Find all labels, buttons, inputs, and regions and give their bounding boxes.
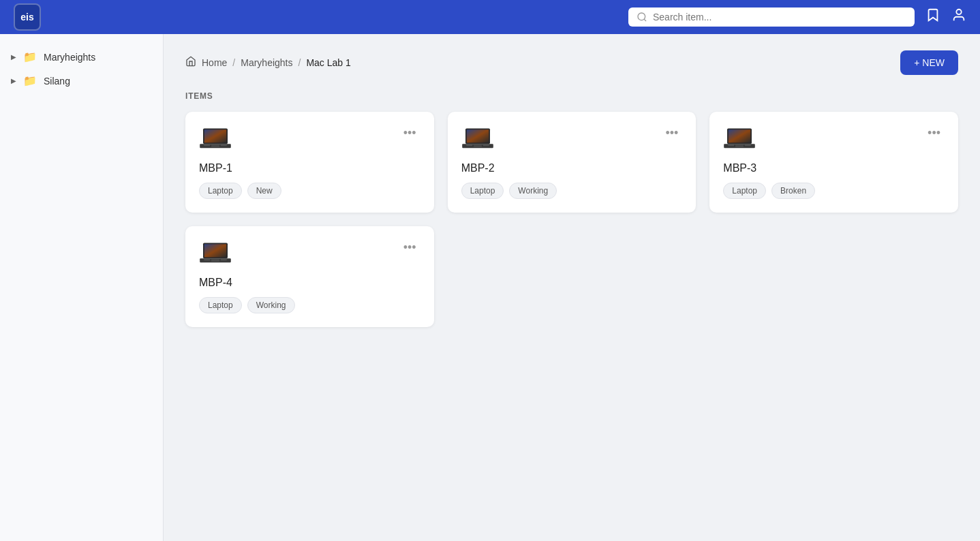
breadcrumb-path: Home / Maryheights / Mac Lab 1 [185, 56, 351, 69]
svg-rect-14 [466, 129, 488, 142]
bookmark-icon[interactable] [925, 7, 940, 27]
card-image [723, 125, 756, 153]
svg-rect-22 [729, 144, 735, 146]
card-MBP-1[interactable]: ••• MBP-1 LaptopNew [185, 112, 434, 213]
card-menu-button[interactable]: ••• [399, 240, 420, 255]
arrow-icon: ▶ [11, 77, 16, 84]
svg-rect-16 [483, 144, 489, 146]
tag: Broken [771, 183, 815, 199]
sidebar-item-label: Maryheights [44, 52, 95, 63]
card-image [461, 125, 494, 153]
svg-rect-30 [221, 259, 227, 260]
svg-line-1 [644, 19, 646, 21]
tag: New [247, 183, 281, 199]
svg-point-2 [956, 10, 961, 14]
breadcrumb-separator: / [298, 57, 301, 68]
tag: Laptop [199, 183, 242, 199]
svg-rect-15 [466, 144, 472, 146]
card-MBP-4[interactable]: ••• MBP-4 LaptopWorking [185, 226, 434, 327]
tag: Working [509, 183, 557, 199]
svg-rect-23 [745, 144, 751, 146]
logo[interactable]: eis [14, 3, 41, 31]
cards-grid: ••• MBP-1 LaptopNew [185, 112, 958, 327]
header-right [628, 7, 966, 27]
laptop-icon [199, 125, 232, 153]
card-title: MBP-2 [461, 162, 683, 174]
arrow-icon: ▶ [11, 53, 16, 61]
card-title: MBP-3 [723, 162, 945, 174]
svg-rect-27 [211, 259, 219, 262]
new-button[interactable]: + NEW [900, 50, 958, 75]
layout: ▶ 📁 Maryheights ▶ 📁 Silang Home / M [0, 34, 980, 541]
card-menu-button[interactable]: ••• [661, 125, 682, 140]
card-menu-button[interactable]: ••• [923, 125, 945, 140]
svg-point-0 [638, 13, 645, 20]
card-header: ••• [199, 125, 420, 153]
tag: Laptop [199, 297, 242, 313]
search-icon [637, 12, 647, 22]
svg-rect-13 [474, 144, 482, 147]
tag: Working [247, 297, 295, 313]
items-section: ITEMS [185, 91, 958, 327]
sidebar-item-maryheights[interactable]: ▶ 📁 Maryheights [0, 45, 163, 69]
svg-rect-8 [204, 144, 210, 146]
sidebar: ▶ 📁 Maryheights ▶ 📁 Silang [0, 34, 164, 541]
card-tags: LaptopNew [199, 183, 420, 199]
search-input[interactable] [653, 12, 906, 22]
svg-rect-29 [204, 259, 210, 260]
card-title: MBP-1 [199, 162, 420, 174]
tag: Laptop [461, 183, 504, 199]
breadcrumb-separator: / [232, 57, 235, 68]
user-icon[interactable] [951, 7, 966, 27]
home-icon [185, 56, 196, 69]
header: eis [0, 0, 980, 34]
header-left: eis [14, 3, 41, 31]
breadcrumb-maryheights-link[interactable]: Maryheights [241, 57, 292, 68]
svg-rect-20 [735, 144, 744, 147]
svg-rect-21 [729, 129, 750, 142]
card-image [199, 240, 232, 267]
folder-icon: 📁 [23, 74, 37, 87]
main-content: Home / Maryheights / Mac Lab 1 + NEW ITE… [164, 34, 980, 541]
svg-rect-9 [221, 144, 227, 146]
svg-rect-28 [204, 244, 226, 257]
laptop-icon [723, 125, 756, 153]
sidebar-item-silang[interactable]: ▶ 📁 Silang [0, 69, 163, 93]
breadcrumb: Home / Maryheights / Mac Lab 1 + NEW [185, 50, 958, 75]
card-menu-button[interactable]: ••• [399, 125, 420, 140]
laptop-icon [199, 240, 232, 267]
card-header: ••• [723, 125, 945, 153]
card-MBP-2[interactable]: ••• MBP-2 LaptopWorking [448, 112, 696, 213]
svg-rect-6 [211, 144, 219, 147]
tag: Laptop [723, 183, 766, 199]
card-image [199, 125, 232, 153]
sidebar-item-label: Silang [44, 76, 70, 87]
card-tags: LaptopWorking [461, 183, 683, 199]
breadcrumb-home-link[interactable]: Home [202, 57, 227, 68]
card-header: ••• [461, 125, 683, 153]
folder-icon: 📁 [23, 50, 37, 63]
breadcrumb-current: Mac Lab 1 [306, 57, 350, 68]
card-header: ••• [199, 240, 420, 267]
card-tags: LaptopBroken [723, 183, 945, 199]
search-bar [628, 7, 915, 27]
laptop-icon [461, 125, 494, 153]
card-tags: LaptopWorking [199, 297, 420, 313]
card-MBP-3[interactable]: ••• MBP-3 LaptopBroken [709, 112, 958, 213]
items-section-label: ITEMS [185, 91, 958, 101]
svg-rect-7 [204, 129, 226, 142]
card-title: MBP-4 [199, 277, 420, 289]
